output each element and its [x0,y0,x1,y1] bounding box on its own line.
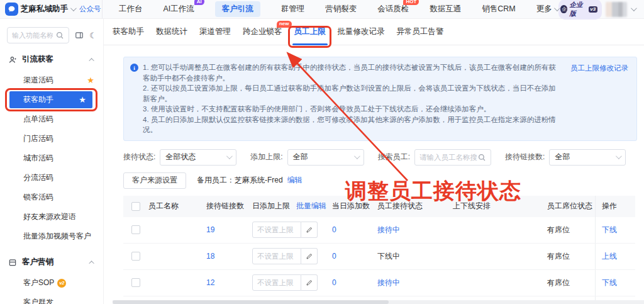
nav-group-management[interactable]: 群管理 [281,4,305,14]
collapse-caret-icon[interactable] [89,58,94,63]
sidebar-item-city-code[interactable]: 城市活码 [0,149,103,168]
item-label: 锁客活码 [23,192,53,203]
tab-channel-management[interactable]: 渠道管理 [199,19,231,45]
sidebar-item-order-code[interactable]: 点单活码 [0,110,103,129]
scrollbar-thumb[interactable] [113,300,389,304]
sidebar-item-split-code[interactable]: 分流活码 [0,168,103,188]
reception-links-count[interactable]: 12 [205,278,252,287]
limit-modify-records-link[interactable]: 员工上限修改记录 [570,64,628,73]
sidebar-item-customer-sop[interactable]: 客户SOPv2 [0,273,103,293]
tab-acquisition-assistant[interactable]: 获客助手 [113,19,144,45]
horizontal-scrollbar[interactable] [113,300,644,304]
favorite-star-icon[interactable]: ★ [87,76,94,85]
brand-tag[interactable]: 公众号 [79,4,101,14]
sidebar-item-friend-welcome[interactable]: 好友来源欢迎语 [0,207,103,227]
batch-edit-link[interactable]: 批量编辑 [296,201,326,211]
limit-filter-value: 全部 [293,152,308,162]
daily-limit-input[interactable] [252,248,301,264]
version-name: 企业版 [569,1,586,18]
nav-ai-workflow-label: AI工作流 [164,4,194,13]
offline-action-link[interactable]: 下线 [595,270,635,296]
sidebar-item-lock-code[interactable]: 锁客活码 [0,188,103,207]
nav-chat-inspection-label: 会话质检 [377,4,409,13]
employee-search-box[interactable] [414,149,491,166]
version-icon: 企 [560,5,567,13]
employee-table: 员工名称 接待链接数 日添加上限批量编辑 当日添加数 员工接待状态 上下线安排 … [123,196,635,304]
links-filter-value: 全部 [555,152,570,162]
col-links: 接待链接数 [205,201,252,211]
item-label: 客户SOP [23,278,54,288]
sidebar: ☾ 引流获客 渠道活码★ 获客助手★ 点单活码 门店活码 城市活码 分流活码 锁… [0,19,104,304]
chat-bubble-icon [8,5,16,13]
user-avatar[interactable] [606,2,627,17]
reception-links-count[interactable]: 18 [205,252,252,261]
sidebar-search-input[interactable] [12,31,53,39]
table-header: 员工名称 接待链接数 日添加上限批量编辑 当日添加数 员工接待状态 上下线安排 … [123,196,635,217]
info-icon: i [130,64,138,72]
links-filter-label: 接待链接数: [505,152,545,162]
tab-abnormal-employee-alert[interactable]: 异常员工告警 [397,19,444,45]
hot-badge: HOT [403,0,419,5]
today-added-count: 0 [327,278,377,287]
links-filter-select[interactable]: 全部 [549,149,626,166]
status-filter-select[interactable]: 全部状态 [160,149,236,166]
dark-mode-icon[interactable]: ☾ [89,31,97,40]
status-filter-value: 全部状态 [165,152,196,162]
brand-area[interactable]: 芝麻私域助手 公众号 [0,0,103,18]
tab-employee-limit[interactable]: 员工上限 [294,19,326,45]
edit-limit-button[interactable] [301,248,318,264]
info-alert: i 1. 您可以手动调整员工在微客创建的所有获客助手中的接待状态，当员工的接待状… [123,57,637,141]
sidebar-item-customer-broadcast[interactable]: 客户群发 [0,293,103,304]
today-added-count: 0 [327,252,377,261]
nav-data-exchange[interactable]: 数据互通 [430,4,461,14]
reception-links-count[interactable]: 19 [205,225,252,234]
collapse-panel-icon[interactable] [75,31,84,40]
select-all-checkbox[interactable] [131,202,140,211]
row-checkbox[interactable] [131,225,140,234]
alert-line-1: 1. 您可以手动调整员工在微客创建的所有获客助手中的接待状态，当员工的接待状态被… [143,62,560,83]
search-icon[interactable] [477,153,486,162]
sidebar-item-store-code[interactable]: 门店活码 [0,129,103,149]
col-limit: 日添加上限 [252,201,290,211]
item-label: 城市活码 [23,153,53,164]
sidebar-item-channel-code[interactable]: 渠道活码★ [0,70,103,90]
edit-limit-button[interactable] [301,222,318,238]
sidebar-item-batch-video-customers[interactable]: 批量添加视频号客户 [0,227,103,246]
nav-customer-acquisition[interactable]: 客户引流 [215,1,260,17]
favorite-star-icon[interactable]: ★ [79,95,86,104]
row-checkbox[interactable] [131,278,140,287]
tab-data-statistics[interactable]: 数据统计 [156,19,187,45]
customer-source-settings-button[interactable]: 客户来源设置 [123,172,186,189]
sidebar-section-marketing[interactable]: 客户营销 [0,246,103,273]
reception-status: 接待中 [377,225,453,235]
backup-employee-value: 芝麻系统-Fred [235,176,283,184]
nav-ai-workflow[interactable]: AI工作流AI [164,4,194,14]
daily-limit-input[interactable] [252,274,301,291]
sidebar-item-acquisition-assistant[interactable]: 获客助手★ [9,91,92,108]
sidebar-section-acquisition[interactable]: 引流获客 [0,43,103,70]
employee-search-input[interactable] [419,154,477,161]
daily-limit-input[interactable] [252,222,301,238]
online-action-link[interactable]: 上线 [595,244,635,269]
seat-status: 有席位 [547,278,595,288]
nav-workbench[interactable]: 工作台 [119,4,143,14]
tab-batch-modify-records[interactable]: 批量修改记录 [338,19,385,45]
version-badge: 企 企业版 v3 [558,0,601,20]
tab-cross-enterprise-lock[interactable]: 跨企业锁客new [243,19,282,45]
item-label: 渠道活码 [23,75,53,86]
sidebar-search[interactable] [7,27,69,43]
brand-chevron-down-icon[interactable] [70,5,77,11]
nav-marketing-fission[interactable]: 营销裂变 [325,4,357,14]
edit-limit-button[interactable] [301,274,318,291]
nav-more[interactable]: 更多 [536,4,558,14]
limit-filter-select[interactable]: 全部 [287,149,364,166]
edit-backup-link[interactable]: 编辑 [287,176,303,184]
account-chevron-down-icon[interactable] [631,5,637,11]
offline-action-link[interactable]: 下线 [595,217,635,243]
nav-chat-inspection[interactable]: 会话质检HOT [377,4,409,14]
person-icon [8,55,17,64]
row-checkbox[interactable] [131,252,140,261]
nav-sales-crm[interactable]: 销售CRM [482,4,515,14]
topbar: 芝麻私域助手 公众号 工作台 AI工作流AI 客户引流 群管理 营销裂变 会话质… [0,0,644,19]
collapse-caret-icon[interactable] [89,261,94,266]
